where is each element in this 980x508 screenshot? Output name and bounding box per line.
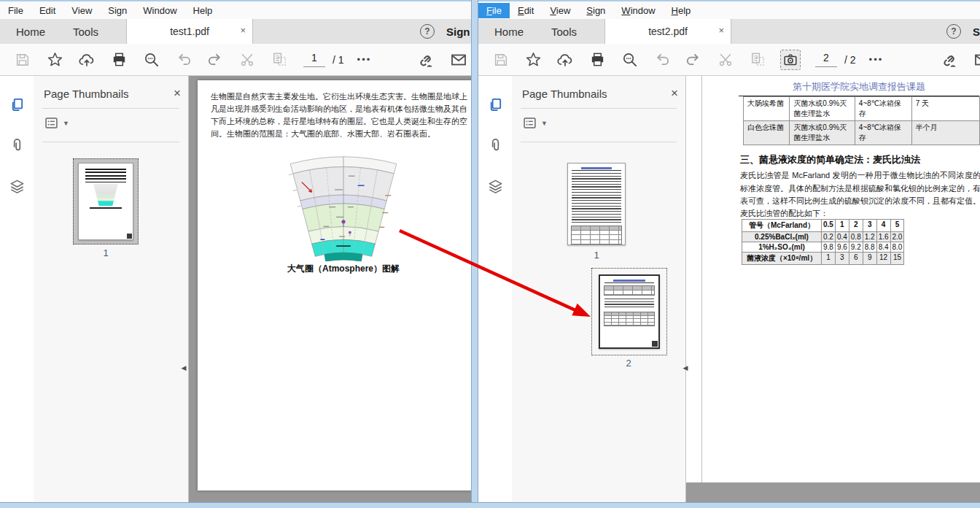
thumbnail-page-1[interactable] [73,158,139,245]
menu-help[interactable]: Help [185,3,221,18]
menu-sign[interactable]: Sign [578,3,613,18]
table-cell: 大肠埃希菌 [744,97,790,121]
table-cell: 9 [863,253,876,265]
menu-edit[interactable]: Edit [510,3,542,18]
search-button[interactable] [620,50,639,69]
menu-file[interactable]: File [478,3,510,18]
table-cell: 7 天 [911,97,979,121]
thumbnail-options-button[interactable]: ▼ [522,115,548,131]
table-cell: 灭菌水或0.9%灭菌生理盐水 [790,121,855,145]
tab-close-icon[interactable]: × [718,25,724,36]
document-tab[interactable]: test1.pdf × [126,19,253,44]
tab-home[interactable]: Home [483,26,535,38]
menu-edit[interactable]: Edit [31,3,63,18]
table-cell: 6 [849,253,863,265]
cloud-upload-button[interactable] [556,50,575,69]
page-corner-marker [652,341,658,347]
table-cell: 0.2 [822,232,836,242]
menu-window[interactable]: Window [135,3,184,18]
table-cell: 9.8 [822,242,836,253]
mini-text-block [604,299,655,309]
page-number-input[interactable]: 2 [815,52,837,67]
attachments-paperclip-icon[interactable] [478,133,512,158]
table-cell: 管号（McFarland） [742,220,822,232]
sign-in-link[interactable]: Sign In [973,26,980,38]
more-tools-button[interactable]: ••• [357,54,372,65]
page-thumbnails-panel: Page Thumbnails × ▼ [512,76,685,502]
mini-text-block [572,173,621,201]
redo-button[interactable] [206,50,225,69]
print-button[interactable] [588,50,607,69]
page-thumbnails-icon[interactable] [478,92,512,117]
more-tools-button[interactable]: ••• [869,54,884,65]
thumbnail-page-1[interactable] [567,163,626,245]
cut-button[interactable] [716,50,735,69]
mini-rule [572,170,621,171]
page-paragraph: 生物圈是自然灾害主要发生地。它衍生出环境生态灾害。生物圈是地球上凡是出现并感受到… [211,91,467,140]
tab-tools[interactable]: Tools [61,26,110,38]
copy-page-button[interactable] [748,50,767,69]
save-button[interactable] [13,50,32,69]
table-cell: 半个月 [911,121,979,145]
attachments-paperclip-icon[interactable] [0,133,34,158]
table-cell: 灭菌水或0.9%灭菌生理盐水 [790,97,855,121]
tab-tools[interactable]: Tools [540,26,588,38]
thumbnail-page-image [599,274,660,349]
table-cell: 0.4 [835,232,849,242]
page-number-input[interactable]: 1 [303,52,325,67]
cloud-upload-button[interactable] [77,50,96,69]
print-button[interactable] [109,50,128,69]
share-link-button[interactable] [417,50,436,69]
table-cell: 15 [890,253,904,265]
layers-icon[interactable] [0,174,34,199]
diagram-caption: 大气圈（Atmosphere）图解 [234,263,453,275]
thumbnail-label: 2 [591,358,666,369]
tab-close-icon[interactable]: × [240,25,246,36]
table-cell: 4~8℃冰箱保存 [855,97,911,121]
panel-close-icon[interactable]: × [174,86,181,101]
menu-bar: File Edit View Sign Window Help [0,1,478,19]
menu-window[interactable]: Window [613,3,663,18]
navigation-pane-buttons [0,76,34,502]
save-button[interactable] [491,50,510,69]
redo-button[interactable] [684,50,703,69]
help-icon[interactable]: ? [420,24,435,39]
menu-view[interactable]: View [63,3,100,18]
doc-table-intro: 麦氏比浊管的配比如下： [740,208,828,219]
document-tab[interactable]: test2.pdf × [604,19,731,44]
search-button[interactable] [141,50,160,69]
collapse-panel-arrow[interactable]: ◀ [682,361,689,374]
menu-help[interactable]: Help [664,3,699,18]
undo-button[interactable] [174,50,192,69]
favorite-star-button[interactable] [524,50,542,69]
table-cell: 8.4 [876,242,890,253]
layers-icon[interactable] [478,174,512,199]
table-cell: 8.0 [890,242,904,253]
table-cell: 菌液浓度（×10⁸/ml） [742,253,822,265]
cut-button[interactable] [238,50,257,69]
thumbnail-options-button[interactable]: ▼ [44,115,69,131]
atmosphere-diagram [279,153,409,261]
snapshot-camera-button[interactable] [780,50,801,70]
thumbnail-page-2[interactable] [591,268,667,355]
email-button[interactable] [449,50,468,69]
table-cell: 4~8℃冰箱保存 [855,121,911,145]
table-cell: 8.8 [863,242,876,253]
favorite-star-button[interactable] [45,50,64,69]
panel-close-icon[interactable]: × [671,86,678,101]
mini-title [581,167,612,169]
thumbnail-label: 1 [73,247,139,258]
undo-button[interactable] [652,50,671,69]
collapse-panel-arrow[interactable]: ◀ [180,361,187,374]
menu-view[interactable]: View [542,3,578,18]
menu-file[interactable]: File [0,3,31,18]
specimen-table: 大肠埃希菌灭菌水或0.9%灭菌生理盐水4~8℃冰箱保存7 天白色念珠菌灭菌水或0… [743,96,980,145]
email-button[interactable] [973,50,980,69]
help-icon[interactable]: ? [946,24,961,39]
menu-sign[interactable]: Sign [100,3,135,18]
share-link-button[interactable] [941,50,960,69]
copy-page-button[interactable] [270,50,289,69]
page-thumbnails-icon[interactable] [0,92,34,117]
tab-home[interactable]: Home [4,26,57,38]
table-cell: 0.5 [822,220,836,232]
